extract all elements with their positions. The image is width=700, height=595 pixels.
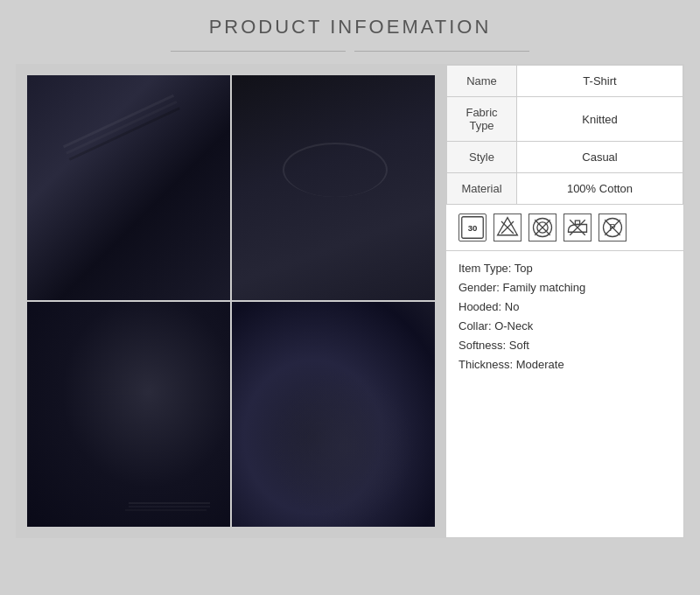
care-icons-row: 30: [446, 205, 683, 251]
svg-text:30: 30: [468, 223, 478, 233]
image-grid: [17, 65, 445, 537]
gender-line: Gender: Family matching: [458, 281, 671, 294]
item-type-line: Item Type: Top: [458, 262, 671, 275]
table-row-material: Material 100% Cotton: [447, 173, 683, 205]
fabric-value: Knitted: [517, 97, 683, 142]
table-row-style: Style Casual: [447, 142, 683, 173]
main-container: Name T-Shirt Fabric Type Knitted Style C…: [16, 64, 684, 538]
info-panel: Name T-Shirt Fabric Type Knitted Style C…: [445, 65, 683, 537]
product-image-3: [27, 302, 230, 527]
product-image-1: [27, 75, 230, 300]
thickness-line: Thickness: Moderate: [458, 358, 671, 371]
style-value: Casual: [517, 142, 683, 173]
title-decoration: [171, 51, 529, 52]
name-value: T-Shirt: [517, 66, 683, 97]
hooded-line: Hooded: No: [458, 300, 671, 313]
material-label: Material: [447, 173, 517, 205]
fabric-label: Fabric Type: [447, 97, 517, 142]
table-row-name: Name T-Shirt: [447, 66, 683, 97]
page-title: PRODUCT INFOEMATION: [209, 16, 492, 38]
wash-30-icon: 30: [458, 214, 486, 242]
no-tumble-dry-icon: [528, 214, 556, 242]
product-image-4: [232, 302, 435, 527]
collar-line: Collar: O-Neck: [458, 319, 671, 332]
svg-rect-9: [575, 220, 579, 224]
table-row-fabric: Fabric Type Knitted: [447, 97, 683, 142]
softness-line: Softness: Soft: [458, 339, 671, 352]
product-image-2: [232, 75, 435, 300]
no-iron-icon: [564, 214, 592, 242]
no-bleach-icon: [494, 214, 522, 242]
material-value: 100% Cotton: [517, 173, 683, 205]
svg-marker-2: [498, 218, 518, 235]
style-label: Style: [447, 142, 517, 173]
no-dry-clean-icon: P: [598, 214, 626, 242]
extra-info-section: Item Type: Top Gender: Family matching H…: [446, 251, 683, 382]
name-label: Name: [447, 66, 517, 97]
product-info-table: Name T-Shirt Fabric Type Knitted Style C…: [446, 65, 683, 205]
